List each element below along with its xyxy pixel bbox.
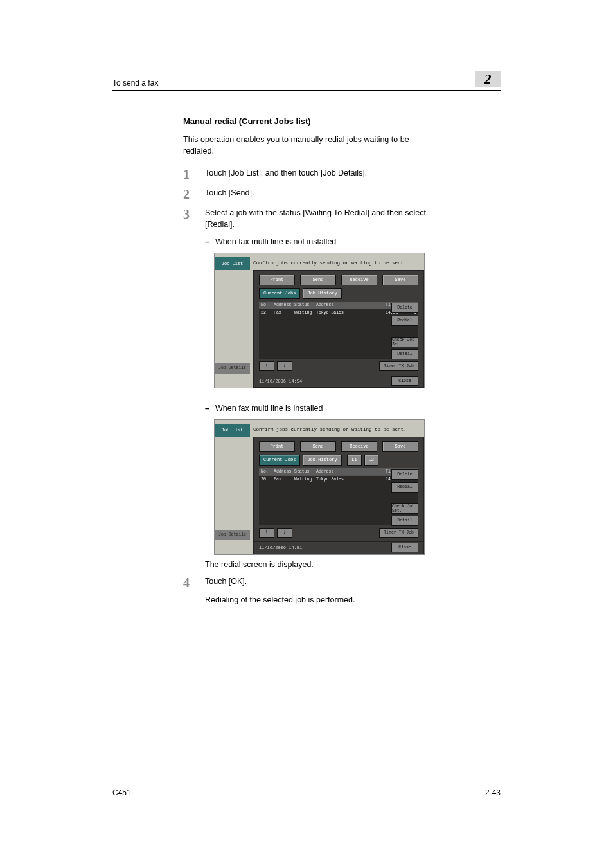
job-history-subtab[interactable]: Job History (303, 455, 341, 466)
td-address: Tokyo Sales (314, 477, 384, 482)
step-3-result: The redial screen is displayed. (205, 560, 436, 569)
screenshot-panel-1: Job List Job Details Confirm jobs curren… (214, 253, 425, 388)
send-tab[interactable]: Send (300, 441, 336, 452)
panel-datetime: 11/16/2006 14:54 (259, 379, 302, 384)
arrow-down-button[interactable]: ↓ (277, 528, 292, 538)
save-tab[interactable]: Save (382, 441, 418, 452)
th-status: Status (292, 469, 314, 474)
step-1-text: Touch [Job List], and then touch [Job De… (205, 167, 367, 179)
jobdetails-side-tab[interactable]: Job Details (215, 530, 250, 540)
footer-page-number: 2-43 (485, 788, 501, 797)
delete-button[interactable]: Delete (391, 469, 418, 480)
save-tab[interactable]: Save (382, 275, 418, 285)
receive-tab[interactable]: Receive (341, 275, 377, 285)
jobdetails-label: Job Details (218, 366, 246, 370)
panel-message: Confirm jobs currently sending or waitin… (253, 253, 424, 270)
current-jobs-subtab[interactable]: Current Jobs (259, 455, 300, 466)
detail-button[interactable]: Detail (391, 516, 418, 526)
joblist-label: Job List (222, 261, 244, 266)
delete-button[interactable]: Delete (391, 303, 418, 313)
td-address: Tokyo Sales (314, 311, 384, 315)
timer-tx-job-button[interactable]: Timer TX Job (379, 361, 418, 371)
td-type: Fax (272, 311, 292, 315)
arrow-down-button[interactable]: ↓ (277, 361, 292, 371)
detail-button[interactable]: Detail (391, 349, 418, 359)
screenshot-panel-2: Job List Job Details Confirm jobs curren… (214, 419, 425, 555)
close-button[interactable]: Close (391, 543, 418, 552)
section-heading: Manual redial (Current Jobs list) (183, 116, 436, 126)
th-address: Address (314, 303, 384, 307)
substep-dash: – (205, 237, 215, 246)
redial-button[interactable]: Redial (391, 482, 418, 493)
receive-tab[interactable]: Receive (341, 441, 377, 452)
td-status: Waiting To Redial (292, 477, 314, 482)
step-3-text: Select a job with the status [Waiting To… (205, 207, 436, 230)
joblist-side-tab[interactable]: Job List (215, 424, 250, 437)
step-4-text: Touch [OK]. (205, 575, 247, 587)
th-no: No. (259, 469, 272, 474)
td-type: Fax (272, 477, 292, 482)
td-status: Waiting To Redial (292, 311, 314, 315)
panel-datetime: 11/16/2006 14:51 (259, 545, 302, 550)
job-history-subtab[interactable]: Job History (303, 288, 341, 299)
check-job-set-button[interactable]: Check Job Set. (391, 337, 418, 347)
print-tab[interactable]: Print (259, 275, 295, 285)
step-3-number: 3 (183, 207, 205, 221)
th-address: Address (314, 469, 384, 474)
jobdetails-label: Job Details (218, 532, 246, 537)
step-4-result: Redialing of the selected job is perform… (205, 595, 436, 604)
section-intro: This operation enables you to manually r… (183, 134, 436, 157)
timer-tx-job-button[interactable]: Timer TX Job (379, 528, 418, 538)
chapter-tab: 2 (475, 71, 501, 87)
line-l2-button[interactable]: L2 (364, 455, 378, 466)
substep-dash: – (205, 404, 215, 413)
current-jobs-subtab[interactable]: Current Jobs (259, 288, 300, 299)
th-no: No. (259, 303, 272, 307)
substep-3a-text: When fax multi line is not installed (215, 237, 336, 246)
jobdetails-side-tab[interactable]: Job Details (215, 363, 250, 374)
joblist-side-tab[interactable]: Job List (215, 257, 250, 270)
chapter-number: 2 (484, 71, 492, 87)
print-tab[interactable]: Print (259, 441, 295, 452)
th-type: Address Type (272, 469, 292, 474)
line-l1-button[interactable]: L1 (347, 455, 361, 466)
send-tab[interactable]: Send (300, 275, 336, 285)
redial-button[interactable]: Redial (391, 316, 418, 326)
panel-message: Confirm jobs currently sending or waitin… (253, 420, 424, 437)
arrow-up-button[interactable]: ↑ (259, 528, 274, 538)
step-1-number: 1 (183, 167, 205, 181)
substep-3b-text: When fax multi line is installed (215, 404, 323, 413)
close-button[interactable]: Close (391, 376, 418, 386)
footer-model: C451 (112, 788, 131, 797)
th-status: Status (292, 303, 314, 307)
arrow-up-button[interactable]: ↑ (259, 361, 274, 371)
td-no: 20 (259, 477, 272, 482)
th-type: Address Type (272, 303, 292, 307)
step-2-text: Touch [Send]. (205, 187, 254, 199)
step-2-number: 2 (183, 187, 205, 201)
td-no: 22 (259, 311, 272, 315)
joblist-label: Job List (222, 428, 244, 433)
step-4-number: 4 (183, 575, 205, 589)
running-header: To send a fax (112, 78, 158, 87)
check-job-set-button[interactable]: Check Job Set. (391, 503, 418, 514)
